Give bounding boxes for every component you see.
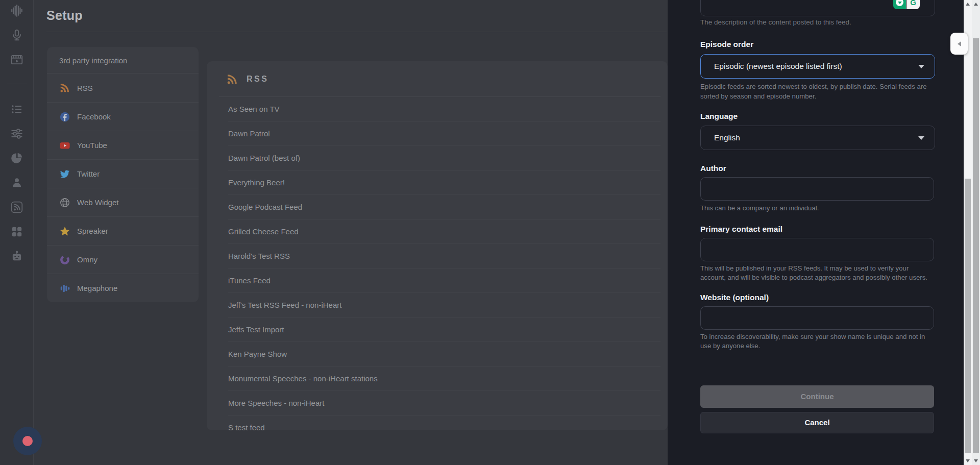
scroll-down-icon[interactable] [974,459,978,462]
sidebar-item-waveform[interactable] [10,4,23,17]
integration-label: RSS [77,84,93,92]
facebook-icon [59,111,70,123]
integrations-panel: 3rd party integration RSSFacebookYouTube… [47,47,199,302]
chevron-down-icon [918,136,924,140]
grammarly-badge[interactable]: G [893,0,920,9]
feed-item-dawn-patrol[interactable]: Dawn Patrol [207,121,668,146]
feed-item-more-speeches-non-iheart[interactable]: More Speeches - non-iHeart [207,391,668,415]
record-button[interactable] [13,427,42,455]
integration-item-megaphone[interactable]: Megaphone [47,274,199,302]
author-field[interactable] [700,177,934,201]
megaphone-icon [59,283,70,294]
integration-label: Omny [77,255,97,264]
feed-item-itunes-feed[interactable]: iTunes Feed [207,268,668,293]
integration-item-omny[interactable]: Omny [47,245,199,274]
feed-item-as-seen-on-tv[interactable]: As Seen on TV [207,97,668,121]
sidebar-item-rss[interactable] [10,201,23,214]
integration-item-twitter[interactable]: Twitter [47,159,199,188]
episode-order-select[interactable]: Episodic (newest episode listed first) [700,54,935,79]
rss-feeds-title: RSS [247,75,268,84]
scroll-gutter [964,0,980,465]
website-field[interactable] [700,306,934,330]
feed-item-harold-s-test-rss[interactable]: Harold's Test RSS [207,244,668,268]
sidebar-item-user[interactable] [10,176,23,189]
sidebar-divider [7,84,27,84]
integrations-list: RSSFacebookYouTubeTwitterWeb WidgetSprea… [47,74,199,302]
page-title: Setup [46,8,83,23]
outer-scrollbar-thumb[interactable] [973,38,979,453]
language-select[interactable]: English [700,126,935,150]
integration-item-youtube[interactable]: YouTube [47,131,199,159]
record-dot-icon [22,436,33,446]
feed-item-grilled-cheese-feed[interactable]: Grilled Cheese Feed [207,219,668,244]
sidebar-item-apps-grid[interactable] [10,225,23,238]
author-label: Author [700,164,935,173]
grammarly-g-icon: G [906,0,920,9]
integration-item-facebook[interactable]: Facebook [47,102,199,131]
feed-item-dawn-patrol-best-of[interactable]: Dawn Patrol (best of) [207,146,668,170]
primary-contact-email-label: Primary contact email [700,225,935,234]
primary-contact-email-field[interactable] [700,238,934,261]
language-label: Language [700,112,935,121]
rss-feeds-panel: RSS As Seen on TVDawn PatrolDawn Patrol … [207,61,668,430]
integration-item-web-widget[interactable]: Web Widget [47,188,199,216]
sidebar-item-robot[interactable] [10,250,23,263]
language-value: English [714,133,740,142]
feed-item-jeffs-test-import[interactable]: Jeffs Test Import [207,317,668,342]
continue-button[interactable]: Continue [700,385,934,408]
scroll-down-icon[interactable] [966,459,970,462]
integrations-panel-title: 3rd party integration [47,47,199,74]
feed-item-jeff-s-test-rss-feed-non-iheart[interactable]: Jeff's Test RSS Feed - non-iHeart [207,293,668,317]
outer-scrollbar[interactable] [972,0,980,465]
setup-drawer: G The description of the content posted … [668,0,964,465]
rss-feeds-header: RSS [207,61,668,97]
inner-scrollbar-thumb[interactable] [965,179,971,453]
website-helper: To increase discoverability, make sure y… [700,332,935,351]
inner-scrollbar[interactable] [964,0,972,465]
feed-item-google-podcast-feed[interactable]: Google Podcast Feed [207,195,668,219]
integration-label: Megaphone [77,284,117,292]
chevron-down-icon [918,65,924,68]
grammarly-arrow-icon [893,0,906,9]
integration-label: Web Widget [77,198,118,207]
sidebar-item-list[interactable] [10,103,23,116]
integration-label: YouTube [77,141,107,150]
globe-icon [59,197,70,208]
feed-item-s-test-feed[interactable]: S test feed [207,415,668,430]
rss-icon [59,82,70,93]
feed-item-monumental-speeches-non-iheart-stations[interactable]: Monumental Speeches - non-iHeart station… [207,366,668,391]
feed-list: As Seen on TVDawn PatrolDawn Patrol (bes… [207,97,668,430]
rss-icon [226,73,238,85]
sidebar-item-pie-chart[interactable] [10,152,23,165]
integration-label: Facebook [77,112,111,121]
author-helper: This can be a company or an individual. [700,204,935,213]
episode-order-label: Episode order [700,40,935,49]
sidebar-item-video[interactable] [10,53,23,66]
integration-label: Twitter [77,169,100,178]
episode-order-value: Episodic (newest episode listed first) [714,62,842,71]
twitter-icon [59,168,70,180]
youtube-icon [59,140,70,151]
scroll-up-icon[interactable] [966,3,970,6]
feed-item-everything-beer[interactable]: Everything Beer! [207,170,668,195]
chevron-left-icon [958,41,961,46]
integration-item-rss[interactable]: RSS [47,74,199,102]
star-icon [59,226,70,237]
cancel-button[interactable]: Cancel [700,412,934,433]
feed-item-ken-payne-show[interactable]: Ken Payne Show [207,342,668,366]
episode-order-helper: Episodic feeds are sorted newest to olde… [700,82,935,101]
sidebar-item-sliders[interactable] [10,127,23,140]
omny-icon [59,254,70,265]
collapse-panel-button[interactable] [950,33,968,55]
integration-item-spreaker[interactable]: Spreaker [47,216,199,245]
integration-label: Spreaker [77,227,108,235]
title-divider [46,32,667,32]
sidebar-item-microphone[interactable] [10,29,23,42]
sidebar-nav [0,0,34,465]
scroll-up-icon[interactable] [974,3,978,6]
primary-contact-email-helper: This will be published in your RSS feeds… [700,264,935,283]
website-label: Website (optional) [700,293,935,302]
